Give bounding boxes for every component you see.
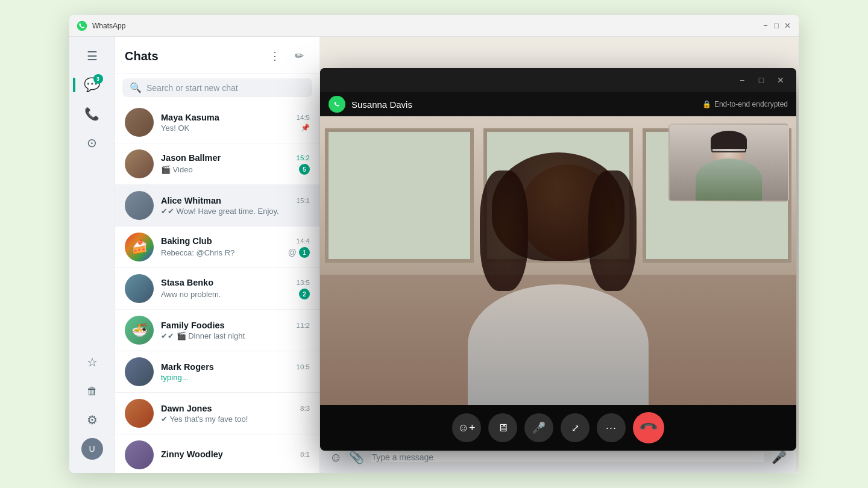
mic-icon: 🎤	[532, 421, 546, 434]
screen-share-button[interactable]: 🖥	[488, 413, 517, 442]
more-icon: ···	[606, 422, 617, 434]
chat-msg-alice: ✔✔ Wow! Have great time. Enjoy.	[161, 207, 279, 216]
chat-time-jason: 15:2	[297, 154, 310, 161]
title-bar-title: WhatsApp	[92, 22, 761, 30]
chat-time-alice: 15:1	[297, 197, 310, 204]
close-button[interactable]: ✕	[783, 22, 791, 30]
search-bar: 🔍	[115, 74, 319, 102]
title-bar-controls: − □ ✕	[761, 22, 791, 30]
whatsapp-logo-small	[329, 96, 345, 113]
sidebar-bottom: ☆ 🗑 ⚙ U	[79, 349, 105, 462]
archive-icon: 🗑	[87, 385, 98, 398]
maximize-button[interactable]: □	[772, 22, 781, 30]
chat-item-stasa[interactable]: Stasa Benko 13:5 Aww no problem. 2	[115, 268, 319, 310]
icon-sidebar: ☰ 💬 3 📞 ⊙ ☆ 🗑	[69, 37, 115, 473]
minimize-button[interactable]: −	[761, 22, 770, 30]
avatar-alice	[125, 191, 154, 220]
app-window: WhatsApp − □ ✕ ☰ 💬 3 📞 ⊙	[69, 15, 799, 473]
video-close-button[interactable]: ✕	[772, 72, 789, 89]
search-icon: 🔍	[130, 82, 142, 93]
chat-item-alice[interactable]: Alice Whitman 15:1 ✔✔ Wow! Have great ti…	[115, 185, 319, 227]
lock-icon: 🔒	[702, 100, 711, 108]
sidebar-menu-button[interactable]: ☰	[79, 43, 105, 69]
video-call-overlay: − □ ✕ Susanna Davis 🔒 End-to-end endcryp…	[320, 68, 796, 451]
edit-icon: ✏	[295, 49, 304, 63]
chat-time-family: 11:2	[297, 322, 310, 329]
call-encrypted-label: 🔒 End-to-end endcrypted	[702, 100, 788, 108]
chat-item-mark[interactable]: Mark Rogers 10:5 typing...	[115, 351, 319, 393]
chats-badge: 3	[93, 74, 103, 84]
pip-hair	[711, 131, 747, 149]
chat-msg-family: ✔✔ 🎬 Dinner last night	[161, 331, 245, 340]
call-controls: ☺+ 🖥 🎤 ⤢ ··· 📞	[320, 405, 796, 451]
sidebar-item-status[interactable]: ⊙	[79, 130, 105, 156]
chat-info-alice: Alice Whitman 15:1 ✔✔ Wow! Have great ti…	[161, 196, 310, 216]
pip-button[interactable]: ⤢	[561, 413, 590, 442]
sidebar-settings-button[interactable]: ⚙	[79, 407, 105, 433]
sidebar-archived-button[interactable]: 🗑	[79, 378, 105, 404]
chat-item-family[interactable]: 🍜 Family Foodies 11:2 ✔✔ 🎬 Dinner last n…	[115, 310, 319, 351]
chat-msg-dawn: ✔ Yes that's my fave too!	[161, 414, 248, 424]
chat-info-dawn: Dawn Jones 8:3 ✔ Yes that's my fave too!	[161, 404, 310, 424]
video-call-title-bar: − □ ✕	[320, 68, 796, 92]
chat-time-maya: 14:5	[297, 114, 310, 121]
emoji-icon: ☺	[330, 451, 342, 465]
sidebar-starred-button[interactable]: ☆	[79, 349, 105, 375]
chat-item-baking[interactable]: 🍰 Baking Club 14:4 Rebecca: @Chris R? @ …	[115, 227, 319, 268]
video-maximize-button[interactable]: □	[753, 72, 770, 89]
pip-video[interactable]	[668, 124, 789, 202]
chat-msg-jason: 🎬 Video	[161, 165, 193, 174]
avatar-maya	[125, 108, 154, 137]
unread-badge-jason: 5	[299, 164, 310, 175]
avatar-zinny	[125, 440, 154, 469]
menu-icon: ☰	[87, 49, 98, 63]
call-contact-name: Susanna Davis	[351, 99, 412, 110]
chat-time-zinny: 8:1	[300, 451, 310, 458]
avatar-image: U	[81, 438, 103, 460]
mic-icon: 🎤	[772, 450, 787, 465]
chat-item-jason[interactable]: Jason Ballmer 15:2 🎬 Video 5	[115, 143, 319, 185]
attach-button[interactable]: 📎	[349, 450, 364, 465]
emoji-button[interactable]: ☺	[330, 451, 342, 465]
menu-icon: ⋮	[269, 49, 280, 63]
mute-button[interactable]: 🎤	[524, 413, 553, 442]
svg-point-0	[77, 20, 87, 31]
chat-time-baking: 14:4	[297, 237, 310, 245]
emoji-reactions-button[interactable]: ☺+	[452, 413, 481, 442]
sidebar-top: ☰ 💬 3 📞 ⊙	[79, 43, 105, 349]
message-input[interactable]	[371, 452, 764, 462]
chat-list-actions: ⋮ ✏	[264, 45, 310, 67]
chat-list-header: Chats ⋮ ✏	[115, 37, 319, 74]
search-input[interactable]	[146, 83, 305, 93]
chat-list-panel: Chats ⋮ ✏ 🔍	[115, 37, 320, 473]
chat-msg-baking: Rebecca: @Chris R?	[161, 248, 234, 257]
chat-name-dawn: Dawn Jones	[161, 404, 212, 413]
unread-badge-stasa: 2	[299, 289, 310, 299]
pip-body	[696, 158, 762, 201]
chat-info-maya: Maya Kasuma 14:5 Yes! OK 📌	[161, 113, 310, 133]
end-call-button[interactable]: 📞	[633, 412, 664, 443]
chat-name-jason: Jason Ballmer	[161, 153, 221, 163]
video-minimize-button[interactable]: −	[734, 72, 750, 89]
chat-item-zinny[interactable]: Zinny Woodley 8:1	[115, 434, 319, 473]
chat-item-dawn[interactable]: Dawn Jones 8:3 ✔ Yes that's my fave too!	[115, 393, 319, 434]
sidebar-item-calls[interactable]: 📞	[79, 101, 105, 127]
chat-item-maya[interactable]: Maya Kasuma 14:5 Yes! OK 📌	[115, 102, 319, 143]
video-call-title-controls: − □ ✕	[734, 72, 789, 89]
menu-dots-button[interactable]: ⋮	[264, 45, 286, 67]
person-hair-left	[480, 170, 528, 291]
mic-button[interactable]: 🎤	[772, 450, 787, 465]
chat-time-stasa: 13:5	[297, 279, 310, 286]
chat-msg-mark: typing...	[161, 373, 189, 382]
new-chat-button[interactable]: ✏	[288, 45, 310, 67]
user-avatar[interactable]: U	[79, 436, 105, 462]
person-body	[468, 284, 649, 405]
avatar-jason	[125, 149, 154, 178]
mention-icon-baking: @	[288, 248, 297, 257]
sidebar-item-chats[interactable]: 💬 3	[79, 72, 105, 98]
chat-name-zinny: Zinny Woodley	[161, 449, 223, 459]
status-icon: ⊙	[87, 136, 97, 150]
search-input-wrap: 🔍	[122, 78, 312, 97]
more-options-button[interactable]: ···	[597, 413, 626, 442]
end-call-icon: 📞	[638, 418, 659, 439]
